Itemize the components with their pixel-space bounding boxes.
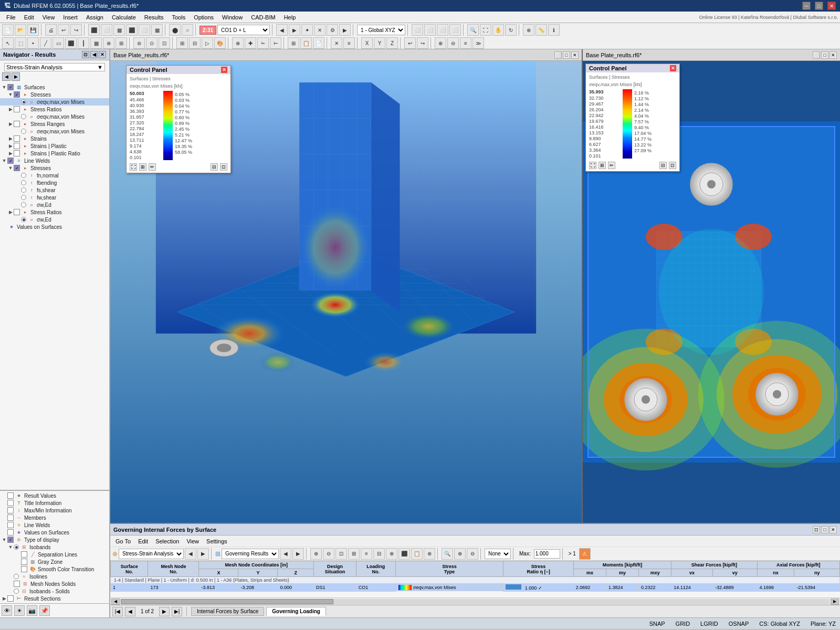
check-gray-zone[interactable] [21,559,27,565]
tb2-pdf-btn[interactable]: 📄 [313,37,324,49]
tb-meas-btn[interactable]: 📏 [536,24,547,36]
check-lw-stresses[interactable]: ✓ [14,165,20,171]
vp2d-close-btn[interactable]: ✕ [830,51,837,59]
check-stress-ratios[interactable] [14,106,20,112]
bottom-menu-goto[interactable]: Go To [112,537,134,545]
check-smooth-color[interactable] [21,566,27,572]
nav-next-btn[interactable]: ▶ [12,72,20,81]
tree-strains-plastic-ratio[interactable]: ▶ ▸ Strains | Plastic Ratio [0,150,109,157]
tb-view4-btn[interactable]: ⬛ [126,24,138,36]
tb-arrow1-btn[interactable]: ◀ [276,24,288,36]
cp-right-minmax-btn[interactable]: ⊟ [659,162,667,169]
cs-combo[interactable]: 1 - Global XYZ [357,25,405,35]
tb2-extra1-btn[interactable]: ⊕ [435,37,446,49]
bottom-menu-edit[interactable]: Edit [135,537,151,545]
check-lw-stress-ratios[interactable] [14,209,20,215]
nav-prev-btn[interactable]: ◀ [2,72,10,81]
tree-lw-stresses[interactable]: ▼ ✓ ▸ Stresses [0,164,109,172]
tb2-extra2-btn[interactable]: ⊖ [447,37,459,49]
tb-view5-btn[interactable]: ⬜ [139,24,150,36]
tb-zoom-btn[interactable]: 🔍 [467,24,479,36]
check-strains[interactable] [14,135,20,142]
menu-insert[interactable]: Insert [59,13,82,22]
h-scrollbar[interactable]: ◀ ▶ [110,597,840,605]
check-separation-lines[interactable] [21,551,27,558]
radio-vonmises1[interactable] [21,99,26,104]
tree-values-surfaces-lower[interactable]: ★ Values on Surfaces [0,529,109,536]
check-values-surfaces-lower[interactable] [7,529,14,536]
bottom-tb9-btn[interactable]: 📋 [411,548,423,560]
tree-isobands[interactable]: ▼ ⊞ Isobands [0,543,109,551]
tb2-display-btn[interactable]: ⊜ [133,37,145,49]
cp-right-close-btn[interactable]: ✕ [670,65,676,71]
tb-open-btn[interactable]: 📂 [15,24,26,36]
table-row[interactable]: 1 173 -3.813 -3.208 0.000 DS1 CO1 σeqv,m… [111,584,840,592]
menu-assign[interactable]: Assign [82,13,108,22]
menu-results[interactable]: Results [140,13,168,22]
tb-info-btn[interactable]: ℹ [548,24,560,36]
tree-lw-stress-ratios[interactable]: ▶ ▸ Stress Ratios [0,208,109,216]
bottom-res-next-btn[interactable]: ▶ [292,548,304,560]
bottom-res-prev-btn[interactable]: ◀ [280,548,291,560]
scroll-left-btn[interactable]: ◀ [111,598,120,605]
vp3d-close-btn[interactable]: ✕ [571,51,579,59]
tb2-render-btn[interactable]: ⊙ [146,37,158,49]
tb2-rc-btn[interactable]: ⊕ [103,37,114,49]
check-type-display[interactable]: ✓ [7,537,14,543]
radio-vm-srng[interactable] [21,129,26,134]
check-members[interactable] [7,514,14,521]
vp2d-title-btns[interactable]: ⬜ □ ✕ [813,51,837,59]
tree-toggle-td[interactable]: ▼ [1,537,7,543]
menu-view[interactable]: View [38,13,59,22]
tb2-res-btn[interactable]: ⊞ [176,37,188,49]
menu-calculate[interactable]: Calculate [108,13,140,22]
tree-line-welds-lower[interactable]: ≡ Line Welds [0,521,109,529]
menu-help[interactable]: Help [280,13,300,22]
tb2-extra3-btn[interactable]: ≡ [460,37,471,49]
maximize-btn[interactable]: □ [815,2,823,10]
bottom-tb3-btn[interactable]: ⊡ [335,548,347,560]
tree-vonmises-1[interactable]: σ σeqv,max,von Mises [0,98,109,106]
menu-options[interactable]: Options [190,13,218,22]
tb-arrow2-btn[interactable]: ▶ [289,24,300,36]
tree-vm-sr[interactable]: σ σeqv,max,von Mises [0,113,109,120]
tb-view2-btn[interactable]: ⬜ [101,24,112,36]
tb-front-btn[interactable]: ⬜ [437,24,448,36]
tb2-surf-btn[interactable]: ▭ [52,37,64,49]
check-stresses1[interactable]: ✓ [14,91,20,98]
tb2-report-btn[interactable]: 📋 [300,37,312,49]
bottom-next-btn[interactable]: ▶ [197,548,209,560]
tree-line-welds[interactable]: ▼ ✓ ≡ Line Welds [0,157,109,164]
cp-right-edit-btn[interactable]: ✏ [608,162,615,169]
tb2-ax-btn[interactable]: X [361,37,373,49]
tree-values-surfaces[interactable]: ★ Values on Surfaces [0,223,109,230]
vp3d-title-btns[interactable]: ⬜ □ ✕ [554,51,579,59]
tb2-select-btn[interactable]: ⬚ [15,37,26,49]
tree-strains[interactable]: ▶ ▸ Strains [0,135,109,142]
tree-lw-sigma-wed[interactable]: σ σw,Ed [0,216,109,223]
tb2-del-btn[interactable]: ✕ [331,37,342,49]
tb-iso-btn[interactable]: ⬜ [412,24,423,36]
bottom-warn-btn[interactable]: ⚠ [579,548,591,560]
tree-smooth-color[interactable]: 🎨 Smooth Color Transition [0,565,109,573]
check-strains-plastic[interactable] [14,143,20,149]
tree-stress-ranges[interactable]: ▶ ▸ Stress Ranges [0,120,109,128]
tb-view3-btn[interactable]: ▦ [113,24,125,36]
tb2-grid-btn[interactable]: ⊞ [116,37,127,49]
tree-fbending[interactable]: f fbending [0,179,109,186]
tab-internal-forces[interactable]: Internal Forces by Surface [191,607,264,616]
tree-toggle-strp[interactable]: ▶ [7,143,14,149]
tb2-trim-btn[interactable]: ✁ [257,37,269,49]
check-maxmin-info[interactable] [7,507,14,513]
minimize-btn[interactable]: ─ [802,2,811,10]
tree-toggle-lwsr[interactable]: ▶ [7,209,14,215]
tree-stress-ratios[interactable]: ▶ ▸ Stress Ratios [0,106,109,113]
tree-result-values[interactable]: ★ Result Values [0,492,109,499]
tb2-prop-btn[interactable]: ≡ [343,37,355,49]
pin-icon-btn[interactable]: 📌 [39,605,50,616]
sun-icon-btn[interactable]: ☀ [14,605,25,616]
tree-fn-normal[interactable]: f fn,normal [0,172,109,179]
tree-gray-zone[interactable]: ▦ Gray Zone [0,558,109,565]
menu-file[interactable]: File [2,13,20,22]
bottom-tb4-btn[interactable]: ⊞ [348,548,360,560]
